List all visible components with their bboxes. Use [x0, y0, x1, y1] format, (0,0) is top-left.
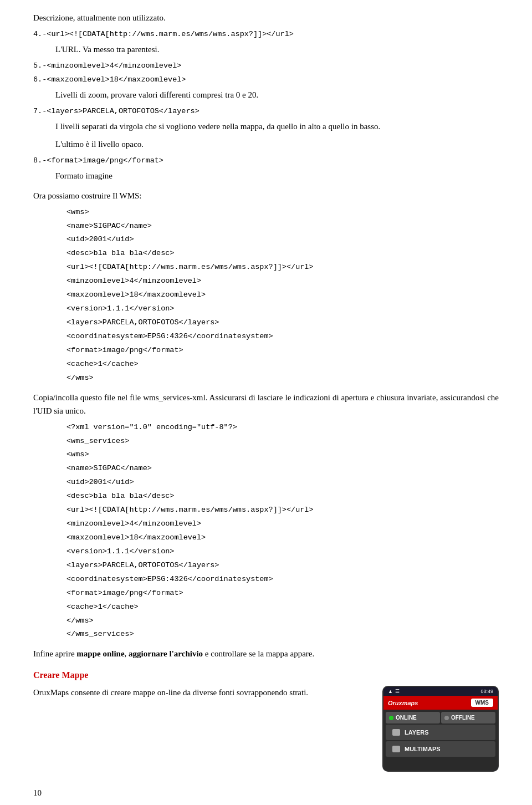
layers-line: 7.-<layers>PARCELA,ORTOFOTOS</layers> [33, 106, 499, 118]
wms-cache: <cache>1</cache> [66, 359, 499, 370]
xml-layers: <layers>PARCELA,ORTOFOTOS</layers> [66, 560, 499, 572]
layers-label: LAYERS [405, 729, 429, 736]
phone-time: 08:49 [480, 689, 493, 694]
xml-version: <version>1.1.1</version> [66, 546, 499, 558]
wms-url: <url><![CDATA[http://wms.marm.es/wms/wms… [66, 262, 499, 273]
page-content: Descrizione, attualmente non utilizzato.… [33, 11, 499, 798]
format-note: Formato imagine [55, 169, 499, 182]
xml-close-wms: </wms> [66, 615, 499, 627]
final-text-before: Infine aprire [33, 649, 76, 658]
xml-open-wms: <wms> [66, 449, 499, 461]
phone-title-bar: Oruxmaps WMS [383, 696, 498, 710]
creare-mappe-heading: Creare Mappe [33, 670, 499, 680]
page-number: 10 [33, 788, 499, 798]
xml-name: <name>SIGPAC</name> [66, 463, 499, 475]
phone-multimaps-button[interactable]: MULTIMAPS [386, 741, 495, 757]
xml-uid: <uid>2001</uid> [66, 477, 499, 488]
wms-intro-text: Ora possiamo costruire Il WMS: [33, 189, 499, 202]
url-note: L'URL. Va messo tra parentesi. [55, 43, 499, 56]
zoom-note: Livelli di zoom, provare valori differen… [55, 88, 499, 101]
signal-icon: ▲ [388, 689, 393, 694]
oruxmaps-description: OruxMaps consente di creare mappe on-lin… [33, 686, 371, 699]
wms-open: <wms> [66, 207, 499, 218]
wms-layers: <layers>PARCELA,ORTOFOTOS</layers> [66, 317, 499, 329]
phone-screenshot: ▲ ☰ 08:49 Oruxmaps WMS ONLINE [382, 686, 499, 772]
wms-name: <name>SIGPAC</name> [66, 221, 499, 232]
multimaps-folder-icon [392, 746, 400, 752]
final-end-text: e controllare se la mappa appare. [203, 649, 314, 658]
maxzoom-line: 6.-<maxzoomlevel>18</maxzoomlevel> [33, 74, 499, 86]
phone-menu-area: ONLINE OFFLINE LAYERS MULTIMAPS [383, 710, 498, 771]
xml-open-services: <wms_services> [66, 436, 499, 447]
aggiornare-text: aggiornare l'archivio [129, 649, 203, 658]
wms-version: <version>1.1.1</version> [66, 303, 499, 315]
xml-minzoom: <minzoomlevel>4</minzoomlevel> [66, 518, 499, 530]
xml-services-block: <?xml version="1.0" encoding="utf-8"?> <… [66, 422, 499, 641]
xml-close-services: </wms_services> [66, 629, 499, 640]
wms-minzoom: <minzoomlevel>4</minzoomlevel> [66, 276, 499, 287]
xml-url: <url><![CDATA[http://wms.marm.es/wms/wms… [66, 505, 499, 516]
minzoom-line: 5.-<minzoomlevel>4</minzoomlevel> [33, 60, 499, 72]
wifi-icon: ☰ [395, 689, 400, 694]
multimaps-label: MULTIMAPS [405, 746, 441, 752]
xml-format: <format>image/png</format> [66, 588, 499, 599]
wms-close: </wms> [66, 373, 499, 384]
xml-desc: <desc>bla bla bla</desc> [66, 491, 499, 502]
wms-maxzoom: <maxzoomlevel>18</maxzoomlevel> [66, 289, 499, 301]
url-line: 4.-<url><![CDATA[http://wms.marm.es/wms/… [33, 29, 499, 40]
wms-block: <wms> <name>SIGPAC</name> <uid>2001</uid… [66, 207, 499, 384]
format-line: 8.-<format>image/png</format> [33, 155, 499, 167]
phone-layers-button[interactable]: LAYERS [386, 725, 495, 740]
xml-maxzoom: <maxzoomlevel>18</maxzoomlevel> [66, 532, 499, 544]
wms-coordsys: <coordinatesystem>EPSG:4326</coordinates… [66, 331, 499, 343]
phone-tab-wms[interactable]: WMS [471, 699, 493, 707]
phone-status-bar: ▲ ☰ 08:49 [383, 687, 498, 696]
xml-cache: <cache>1</cache> [66, 602, 499, 613]
layers-folder-icon [392, 729, 400, 736]
bottom-row: OruxMaps consente di creare mappe on-lin… [33, 686, 499, 772]
final-instruction: Infine aprire mappe online, aggiornare l… [33, 647, 499, 660]
offline-label: OFFLINE [451, 715, 475, 721]
phone-online-button[interactable]: ONLINE [386, 712, 440, 724]
copy-instruction: Copia/incolla questo file nel file wms_s… [33, 391, 499, 417]
wms-desc: <desc>bla bla bla</desc> [66, 248, 499, 259]
phone-online-offline-row: ONLINE OFFLINE [386, 712, 495, 724]
phone-status-left: ▲ ☰ [388, 689, 400, 694]
wms-format: <format>image/png</format> [66, 345, 499, 356]
phone-app-title: Oruxmaps [388, 700, 418, 706]
wms-uid: <uid>2001</uid> [66, 234, 499, 246]
layers-note2: L'ultimo è il livello opaco. [55, 137, 499, 151]
xml-coordsys: <coordinatesystem>EPSG:4326</coordinates… [66, 574, 499, 585]
comma-text: , [125, 649, 129, 658]
online-label: ONLINE [396, 715, 417, 721]
layers-note1: I livelli separati da virgola che si vog… [55, 120, 499, 133]
description-line: Descrizione, attualmente non utilizzato. [33, 11, 499, 24]
xml-decl: <?xml version="1.0" encoding="utf-8"?> [66, 422, 499, 434]
online-dot-icon [389, 716, 393, 720]
offline-dot-icon [444, 716, 449, 720]
mappe-online-text: mappe online [76, 649, 124, 658]
phone-offline-button[interactable]: OFFLINE [441, 712, 495, 724]
